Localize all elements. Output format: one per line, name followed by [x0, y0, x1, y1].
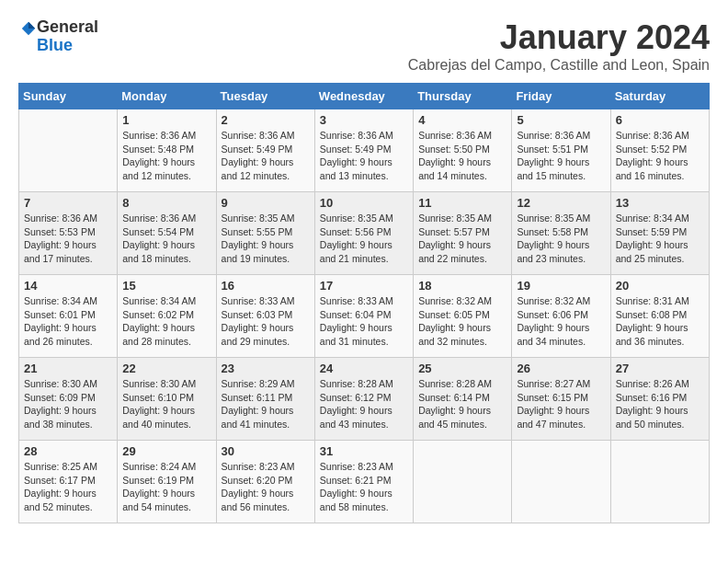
day-info: Sunrise: 8:36 AM Sunset: 5:48 PM Dayligh…	[122, 129, 210, 183]
calendar-cell: 16Sunrise: 8:33 AM Sunset: 6:03 PM Dayli…	[216, 275, 314, 358]
day-info: Sunrise: 8:36 AM Sunset: 5:53 PM Dayligh…	[24, 212, 112, 266]
calendar-cell	[610, 441, 709, 523]
calendar-day-header: Thursday	[414, 84, 512, 109]
calendar-cell: 4Sunrise: 8:36 AM Sunset: 5:50 PM Daylig…	[414, 109, 512, 192]
calendar-day-header: Monday	[118, 84, 216, 109]
calendar-week-row: 28Sunrise: 8:25 AM Sunset: 6:17 PM Dayli…	[19, 441, 710, 523]
day-number: 8	[122, 196, 210, 210]
day-info: Sunrise: 8:36 AM Sunset: 5:51 PM Dayligh…	[517, 129, 605, 183]
day-number: 29	[122, 444, 210, 458]
day-number: 27	[616, 362, 704, 375]
day-number: 11	[418, 196, 506, 210]
day-number: 17	[320, 279, 408, 293]
calendar-cell: 13Sunrise: 8:34 AM Sunset: 5:59 PM Dayli…	[610, 192, 709, 275]
calendar-cell: 1Sunrise: 8:36 AM Sunset: 5:48 PM Daylig…	[118, 109, 216, 192]
calendar-week-row: 21Sunrise: 8:30 AM Sunset: 6:09 PM Dayli…	[19, 358, 710, 441]
calendar-table: SundayMondayTuesdayWednesdayThursdayFrid…	[18, 83, 710, 523]
day-info: Sunrise: 8:32 AM Sunset: 6:06 PM Dayligh…	[517, 294, 605, 349]
day-info: Sunrise: 8:28 AM Sunset: 6:14 PM Dayligh…	[418, 377, 506, 431]
calendar-day-header: Wednesday	[314, 84, 413, 109]
calendar-cell: 9Sunrise: 8:35 AM Sunset: 5:55 PM Daylig…	[216, 192, 314, 275]
logo-general: General	[37, 18, 98, 37]
calendar-week-row: 7Sunrise: 8:36 AM Sunset: 5:53 PM Daylig…	[19, 192, 710, 275]
calendar-cell: 19Sunrise: 8:32 AM Sunset: 6:06 PM Dayli…	[512, 275, 610, 358]
day-number: 20	[616, 279, 704, 293]
day-number: 22	[122, 362, 210, 375]
day-number: 5	[517, 113, 605, 127]
calendar-week-row: 1Sunrise: 8:36 AM Sunset: 5:48 PM Daylig…	[19, 109, 710, 192]
day-info: Sunrise: 8:36 AM Sunset: 5:54 PM Dayligh…	[122, 212, 210, 266]
day-number: 6	[616, 113, 704, 127]
day-number: 23	[222, 362, 310, 375]
calendar-cell: 21Sunrise: 8:30 AM Sunset: 6:09 PM Dayli…	[19, 358, 118, 441]
calendar-day-header: Saturday	[610, 84, 709, 109]
day-info: Sunrise: 8:36 AM Sunset: 5:49 PM Dayligh…	[320, 129, 408, 183]
day-info: Sunrise: 8:34 AM Sunset: 6:01 PM Dayligh…	[24, 294, 112, 349]
calendar-cell: 31Sunrise: 8:23 AM Sunset: 6:21 PM Dayli…	[314, 441, 413, 523]
day-info: Sunrise: 8:34 AM Sunset: 5:59 PM Dayligh…	[616, 212, 704, 266]
day-number: 21	[24, 362, 112, 375]
calendar-cell: 24Sunrise: 8:28 AM Sunset: 6:12 PM Dayli…	[314, 358, 413, 441]
day-number: 15	[122, 279, 210, 293]
day-number: 26	[517, 362, 605, 375]
calendar-day-header: Friday	[512, 84, 610, 109]
day-number: 13	[616, 196, 704, 210]
day-info: Sunrise: 8:35 AM Sunset: 5:56 PM Dayligh…	[320, 212, 408, 266]
day-info: Sunrise: 8:32 AM Sunset: 6:05 PM Dayligh…	[418, 294, 506, 349]
location-title: Cabrejas del Campo, Castille and Leon, S…	[408, 57, 710, 74]
page-header: General Blue January 2024 Cabrejas del C…	[18, 18, 710, 74]
calendar-cell: 6Sunrise: 8:36 AM Sunset: 5:52 PM Daylig…	[610, 109, 709, 192]
day-number: 18	[418, 279, 506, 293]
calendar-day-header: Sunday	[19, 84, 118, 109]
day-number: 16	[222, 279, 310, 293]
calendar-cell: 3Sunrise: 8:36 AM Sunset: 5:49 PM Daylig…	[314, 109, 413, 192]
day-info: Sunrise: 8:30 AM Sunset: 6:10 PM Dayligh…	[122, 377, 210, 431]
day-info: Sunrise: 8:24 AM Sunset: 6:19 PM Dayligh…	[122, 460, 210, 514]
calendar-cell: 7Sunrise: 8:36 AM Sunset: 5:53 PM Daylig…	[19, 192, 118, 275]
calendar-cell: 18Sunrise: 8:32 AM Sunset: 6:05 PM Dayli…	[414, 275, 512, 358]
calendar-cell: 20Sunrise: 8:31 AM Sunset: 6:08 PM Dayli…	[610, 275, 709, 358]
calendar-cell: 27Sunrise: 8:26 AM Sunset: 6:16 PM Dayli…	[610, 358, 709, 441]
day-info: Sunrise: 8:36 AM Sunset: 5:50 PM Dayligh…	[418, 129, 506, 183]
day-info: Sunrise: 8:35 AM Sunset: 5:55 PM Dayligh…	[222, 212, 310, 266]
calendar-cell	[512, 441, 610, 523]
calendar-cell	[414, 441, 512, 523]
calendar-cell: 5Sunrise: 8:36 AM Sunset: 5:51 PM Daylig…	[512, 109, 610, 192]
calendar-cell: 2Sunrise: 8:36 AM Sunset: 5:49 PM Daylig…	[216, 109, 314, 192]
calendar-cell: 26Sunrise: 8:27 AM Sunset: 6:15 PM Dayli…	[512, 358, 610, 441]
day-number: 14	[24, 279, 112, 293]
day-number: 31	[320, 444, 408, 458]
day-number: 3	[320, 113, 408, 127]
day-info: Sunrise: 8:35 AM Sunset: 5:57 PM Dayligh…	[418, 212, 506, 266]
title-area: January 2024 Cabrejas del Campo, Castill…	[408, 18, 710, 74]
calendar-cell: 11Sunrise: 8:35 AM Sunset: 5:57 PM Dayli…	[414, 192, 512, 275]
day-info: Sunrise: 8:25 AM Sunset: 6:17 PM Dayligh…	[24, 460, 112, 514]
logo-text: General Blue	[37, 18, 98, 55]
day-info: Sunrise: 8:31 AM Sunset: 6:08 PM Dayligh…	[616, 294, 704, 349]
logo: General Blue	[18, 18, 98, 55]
day-info: Sunrise: 8:29 AM Sunset: 6:11 PM Dayligh…	[222, 377, 310, 431]
calendar-cell: 22Sunrise: 8:30 AM Sunset: 6:10 PM Dayli…	[118, 358, 216, 441]
day-number: 9	[222, 196, 310, 210]
month-title: January 2024	[408, 18, 710, 57]
day-number: 30	[222, 444, 310, 458]
calendar-week-row: 14Sunrise: 8:34 AM Sunset: 6:01 PM Dayli…	[19, 275, 710, 358]
day-number: 19	[517, 279, 605, 293]
calendar-header-row: SundayMondayTuesdayWednesdayThursdayFrid…	[19, 84, 710, 109]
calendar-cell	[19, 109, 118, 192]
day-number: 28	[24, 444, 112, 458]
calendar-cell: 29Sunrise: 8:24 AM Sunset: 6:19 PM Dayli…	[118, 441, 216, 523]
day-number: 25	[418, 362, 506, 375]
calendar-day-header: Tuesday	[216, 84, 314, 109]
day-info: Sunrise: 8:23 AM Sunset: 6:20 PM Dayligh…	[222, 460, 310, 514]
day-number: 1	[122, 113, 210, 127]
day-info: Sunrise: 8:34 AM Sunset: 6:02 PM Dayligh…	[122, 294, 210, 349]
calendar-cell: 15Sunrise: 8:34 AM Sunset: 6:02 PM Dayli…	[118, 275, 216, 358]
calendar-cell: 28Sunrise: 8:25 AM Sunset: 6:17 PM Dayli…	[19, 441, 118, 523]
day-info: Sunrise: 8:27 AM Sunset: 6:15 PM Dayligh…	[517, 377, 605, 431]
calendar-cell: 12Sunrise: 8:35 AM Sunset: 5:58 PM Dayli…	[512, 192, 610, 275]
day-info: Sunrise: 8:35 AM Sunset: 5:58 PM Dayligh…	[517, 212, 605, 266]
calendar-cell: 17Sunrise: 8:33 AM Sunset: 6:04 PM Dayli…	[314, 275, 413, 358]
calendar-cell: 23Sunrise: 8:29 AM Sunset: 6:11 PM Dayli…	[216, 358, 314, 441]
day-info: Sunrise: 8:33 AM Sunset: 6:04 PM Dayligh…	[320, 294, 408, 349]
